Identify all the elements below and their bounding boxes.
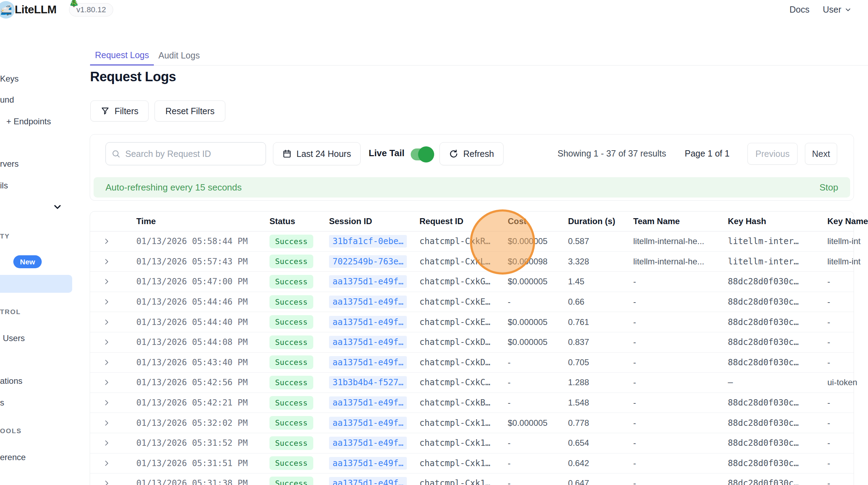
cell-session-id: aa1375d1-e49f… <box>329 417 419 429</box>
session-id-link[interactable]: aa1375d1-e49f… <box>329 437 407 449</box>
expand-row-button[interactable] <box>90 419 136 427</box>
session-id-link[interactable]: 31bfa1cf-0ebe… <box>329 235 407 248</box>
expand-row-button[interactable] <box>90 298 136 306</box>
table-row[interactable]: 01/13/2026 05:44:08 PM Success aa1375d1-… <box>90 332 854 353</box>
refresh-icon <box>449 149 458 159</box>
chevron-right-icon <box>103 258 110 265</box>
sidebar-item-ils[interactable]: ils <box>0 181 8 190</box>
cell-request-id: chatcmpl-CxkD… <box>419 358 508 367</box>
session-id-link[interactable]: aa1375d1-e49f… <box>329 356 407 369</box>
session-id-link[interactable]: aa1375d1-e49f… <box>329 275 407 288</box>
cell-key-hash: 88dc28d0f030c… <box>728 398 827 408</box>
expand-row-button[interactable] <box>90 338 136 346</box>
next-page-button[interactable]: Next <box>805 143 837 165</box>
sidebar-item-keys[interactable]: Keys <box>0 74 19 84</box>
refresh-button[interactable]: Refresh <box>439 142 504 165</box>
sidebar-item-endpoints[interactable]: + Endpoints <box>6 117 51 126</box>
cell-time: 01/13/2026 05:31:52 PM <box>136 438 269 448</box>
table-row[interactable]: 01/13/2026 05:58:44 PM Success 31bfa1cf-… <box>90 231 854 252</box>
table-row[interactable]: 01/13/2026 05:44:46 PM Success aa1375d1-… <box>90 292 854 312</box>
column-header-time: Time <box>136 216 269 226</box>
status-badge: Success <box>269 335 313 349</box>
table-row[interactable]: 01/13/2026 05:42:21 PM Success aa1375d1-… <box>90 393 854 413</box>
previous-page-button[interactable]: Previous <box>747 143 798 165</box>
expand-row-button[interactable] <box>90 318 136 326</box>
session-id-link[interactable]: aa1375d1-e49f… <box>329 316 407 328</box>
status-badge: Success <box>269 396 313 410</box>
cell-cost: - <box>508 398 568 408</box>
cell-duration: 0.654 <box>568 438 633 448</box>
table-row[interactable]: 01/13/2026 05:57:43 PM Success 7022549b-… <box>90 252 854 272</box>
sidebar-item-ations[interactable]: ations <box>0 376 22 386</box>
expand-row-button[interactable] <box>90 439 136 447</box>
nav-user-menu[interactable]: User <box>823 5 852 15</box>
filters-button[interactable]: Filters <box>90 101 149 122</box>
live-tail-toggle[interactable] <box>411 148 432 160</box>
expand-row-button[interactable] <box>90 459 136 467</box>
session-id-link[interactable]: aa1375d1-e49f… <box>329 336 407 348</box>
cell-request-id: chatcmpl-CxkG… <box>419 277 508 286</box>
tab-audit-logs[interactable]: Audit Logs <box>156 46 203 65</box>
cell-request-id: chatcmpl-CxkE… <box>419 317 508 327</box>
expand-row-button[interactable] <box>90 278 136 285</box>
cell-key-name: - <box>827 418 868 428</box>
table-row[interactable]: 01/13/2026 05:44:40 PM Success aa1375d1-… <box>90 312 854 332</box>
cell-duration: 0.647 <box>568 478 633 485</box>
sidebar-item-users[interactable]: Users <box>3 333 25 343</box>
cell-key-name: ui-token <box>827 377 868 387</box>
cell-status: Success <box>269 335 329 349</box>
cell-team-name: litellm-internal-he... <box>633 236 728 246</box>
page-indicator: Page 1 of 1 <box>685 148 730 159</box>
expand-row-button[interactable] <box>90 359 136 366</box>
search-input[interactable] <box>125 148 260 159</box>
sidebar-item-s[interactable]: s <box>0 398 4 408</box>
cell-key-hash: litellm-inter… <box>728 257 827 266</box>
stop-auto-refresh-link[interactable]: Stop <box>820 182 839 193</box>
sidebar-item-und[interactable]: und <box>0 95 14 105</box>
table-row[interactable]: 01/13/2026 05:32:02 PM Success aa1375d1-… <box>90 413 854 433</box>
cell-session-id: aa1375d1-e49f… <box>329 437 419 449</box>
table-row[interactable]: 01/13/2026 05:43:40 PM Success aa1375d1-… <box>90 353 854 373</box>
table-row[interactable]: 01/13/2026 05:42:56 PM Success 31b3b4b4-… <box>90 373 854 393</box>
tab-request-logs[interactable]: Request Logs <box>90 46 154 65</box>
expand-row-button[interactable] <box>90 479 136 485</box>
cell-request-id: chatcmpl-Cxk1… <box>419 418 508 428</box>
session-id-link[interactable]: 7022549b-763e… <box>329 255 407 268</box>
time-range-button[interactable]: Last 24 Hours <box>273 142 361 165</box>
expand-row-button[interactable] <box>90 258 136 265</box>
cell-time: 01/13/2026 05:42:56 PM <box>136 377 269 387</box>
table-row[interactable]: 01/13/2026 05:31:51 PM Success aa1375d1-… <box>90 453 854 474</box>
cell-cost: - <box>508 297 568 307</box>
table-row[interactable]: 01/13/2026 05:31:38 PM Success aa1375d1-… <box>90 473 854 485</box>
cell-cost: $0.000005 <box>508 337 568 347</box>
sidebar-item-rvers[interactable]: rvers <box>0 159 19 169</box>
cell-key-name: - <box>827 458 868 468</box>
sidebar-item-erence[interactable]: erence <box>0 452 26 462</box>
nav-docs-link[interactable]: Docs <box>790 5 809 15</box>
session-id-link[interactable]: 31b3b4b4-f527… <box>329 376 407 389</box>
sidebar-section-ty: TY <box>0 233 10 240</box>
expand-row-button[interactable] <box>90 399 136 407</box>
cell-cost: $0.000005 <box>508 236 568 246</box>
table-row[interactable]: 01/13/2026 05:31:52 PM Success aa1375d1-… <box>90 433 854 453</box>
expand-row-button[interactable] <box>90 379 136 386</box>
cell-time: 01/13/2026 05:44:40 PM <box>136 317 269 327</box>
session-id-link[interactable]: aa1375d1-e49f… <box>329 417 407 429</box>
cell-team-name: - <box>633 418 728 428</box>
chevron-right-icon <box>103 359 110 366</box>
chevron-down-icon <box>52 202 63 212</box>
sidebar-collapse-chevron[interactable] <box>52 202 63 212</box>
expand-row-button[interactable] <box>90 237 136 245</box>
results-count: Showing 1 - 37 of 37 results <box>558 148 666 159</box>
session-id-link[interactable]: aa1375d1-e49f… <box>329 457 407 470</box>
session-id-link[interactable]: aa1375d1-e49f… <box>329 396 407 409</box>
reset-filters-label: Reset Filters <box>165 106 214 116</box>
sidebar-item-selected-highlight[interactable] <box>0 275 72 293</box>
session-id-link[interactable]: aa1375d1-e49f… <box>329 296 407 308</box>
time-range-label: Last 24 Hours <box>296 149 351 159</box>
session-id-link[interactable]: aa1375d1-e49f… <box>329 477 407 485</box>
reset-filters-button[interactable]: Reset Filters <box>155 101 225 122</box>
controls-card: Last 24 Hours Live Tail Refresh Showing … <box>90 134 854 201</box>
table-row[interactable]: 01/13/2026 05:47:00 PM Success aa1375d1-… <box>90 272 854 292</box>
cell-status: Success <box>269 396 329 410</box>
